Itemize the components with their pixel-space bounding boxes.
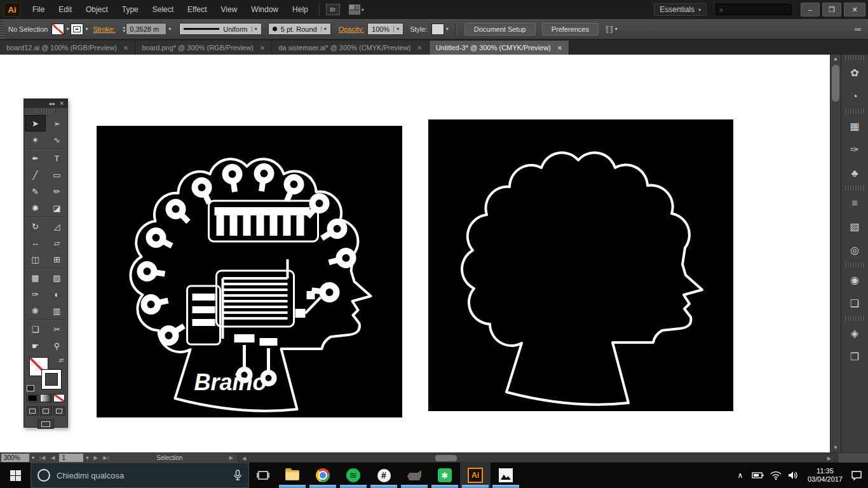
tool-column-graph[interactable]: ▥ [46,302,67,319]
tool-direct-selection[interactable]: ➢ [46,115,67,132]
tool-eyedropper[interactable]: ✑ [25,286,46,302]
panel-appearance-icon[interactable]: ◉ [841,268,868,292]
document-setup-button[interactable]: Document Setup [465,23,536,36]
artboard-number-field[interactable]: 1 [59,454,83,462]
screen-mode-button[interactable] [37,419,54,429]
panel-color-icon[interactable]: ✿ [841,61,868,85]
draw-normal-button[interactable] [27,406,39,416]
panel-color-guide-icon[interactable]: ◔ [841,85,868,108]
close-icon[interactable]: ✕ [59,100,64,107]
gradient-button[interactable] [40,394,51,402]
prev-artboard-button[interactable]: ◀ [48,455,58,461]
chevron-down-icon[interactable]: ▾ [166,26,173,32]
tab-close-icon[interactable]: ✕ [260,44,265,51]
variable-width-select[interactable]: Uniform ▾ [179,23,262,35]
tool-artboard[interactable]: ❏ [25,321,46,337]
panel-brushes-icon[interactable]: ✑ [841,138,868,161]
panel-gradient-icon[interactable]: ▧ [841,215,868,238]
minimize-button[interactable]: – [801,3,820,17]
taskbar-photos[interactable] [491,463,521,488]
arrange-documents-button[interactable]: ▾ [349,4,364,15]
taskbar-game[interactable] [399,463,430,488]
tool-gradient[interactable]: ▨ [46,269,67,286]
dock-gripper[interactable] [845,262,864,268]
resize-corner[interactable] [837,453,868,463]
menu-type[interactable]: Type [115,0,146,19]
tool-pen[interactable]: ✒ [25,150,46,166]
scroll-left-icon[interactable]: ◀ [240,456,249,461]
tool-width[interactable]: ↔ [25,234,46,251]
tool-paintbrush[interactable]: ✎ [25,183,46,200]
dock-gripper[interactable] [845,316,864,321]
search-input[interactable]: ⌕ [715,4,792,15]
tool-rectangle[interactable]: ▭ [46,166,67,183]
battery-icon[interactable] [750,471,766,479]
vertical-scrollbar[interactable]: ▲ ▼ [830,55,841,452]
swap-fill-stroke-icon[interactable]: ⇄ [58,357,64,363]
tab-board12[interactable]: board12.ai @ 100% (RGB/Preview) ✕ [0,41,135,55]
scroll-right-icon[interactable]: ▶ [825,456,834,461]
scroll-up-icon[interactable]: ▲ [831,55,841,64]
document-canvas[interactable]: Braino [0,55,830,452]
chevron-down-icon[interactable]: ▾ [83,26,90,32]
tray-clock[interactable]: 11:35 03/04/2017 [804,467,846,484]
dock-gripper[interactable] [845,55,864,60]
menu-file[interactable]: File [25,0,51,19]
panel-symbols-icon[interactable]: ♣ [841,161,868,185]
tool-rotate[interactable]: ↻ [25,218,46,234]
default-fill-stroke-icon[interactable] [27,385,34,391]
menu-window[interactable]: Window [244,0,285,19]
tool-eraser[interactable]: ◪ [46,200,67,216]
panel-swatches-icon[interactable]: ▦ [841,114,868,138]
control-panel-menu-icon[interactable]: ≔ [854,25,862,34]
task-view-button[interactable] [249,463,277,488]
tab-board-png[interactable]: board.png* @ 300% (RGB/Preview) ✕ [135,41,272,55]
first-artboard-button[interactable]: |◀ [37,455,48,461]
tab-close-icon[interactable]: ✕ [417,44,422,51]
brush-definition-select[interactable]: 5 pt. Round ▾ [268,23,331,35]
tab-da-sistemaer[interactable]: da sistemaer.ai* @ 300% (CMYK/Preview) ✕ [272,41,429,55]
tab-close-icon[interactable]: ✕ [557,44,562,51]
taskbar-file-explorer[interactable] [277,463,308,488]
horizontal-scrollbar[interactable]: ◀ ▶ [238,454,836,463]
panel-transparency-icon[interactable]: ◎ [841,238,868,262]
action-center-icon[interactable] [849,470,864,480]
tool-free-transform[interactable]: ▱ [46,234,67,251]
preferences-button[interactable]: Preferences [542,23,599,36]
wifi-icon[interactable] [768,471,783,480]
tool-blob-brush[interactable]: ✺ [25,200,46,216]
fill-color-swatch[interactable] [51,24,64,35]
opacity-panel-link[interactable]: Opacity: [339,25,364,33]
tool-blend[interactable]: ◐ [46,286,67,302]
last-artboard-button[interactable]: ▶| [101,455,112,461]
none-button[interactable] [53,394,65,402]
workspace-switcher[interactable]: Essentials ▾ [654,3,707,16]
dock-gripper[interactable] [845,186,864,191]
restore-button[interactable]: ❐ [822,3,841,17]
panel-layers-icon[interactable]: ◈ [841,322,868,345]
tool-scale[interactable]: ◿ [46,218,67,234]
go-to-bridge-icon[interactable]: Br [326,4,340,15]
taskbar-illustrator[interactable]: Ai [460,463,491,488]
horizontal-scroll-thumb[interactable] [435,455,457,461]
tool-hand[interactable]: ☛ [25,337,46,354]
menu-object[interactable]: Object [79,0,115,19]
zoom-level-field[interactable]: 300% [1,454,29,462]
color-button[interactable] [27,394,38,402]
taskbar-evernote[interactable]: ✱ [430,463,460,488]
opacity-select[interactable]: 100% ▾ [367,23,403,35]
menu-edit[interactable]: Edit [51,0,79,19]
panel-stroke-icon[interactable]: ≡ [841,191,868,215]
panel-artboards-icon[interactable]: ❏ [841,292,868,315]
taskbar-music-app[interactable]: # [369,463,399,488]
panel-gripper[interactable] [0,19,4,39]
stroke-swatch[interactable] [42,370,61,389]
menu-view[interactable]: View [214,0,245,19]
align-glyphs-button[interactable]: ⟦⟧ ▾ [606,25,620,34]
panel-gripper[interactable] [36,109,56,114]
stroke-panel-link[interactable]: Stroke: [93,25,115,33]
next-artboard-button[interactable]: ▶ [91,455,100,461]
taskbar-spotify[interactable] [338,463,369,488]
chevron-down-icon[interactable]: ▾ [64,26,71,32]
tool-line-segment[interactable]: ╱ [25,166,46,183]
